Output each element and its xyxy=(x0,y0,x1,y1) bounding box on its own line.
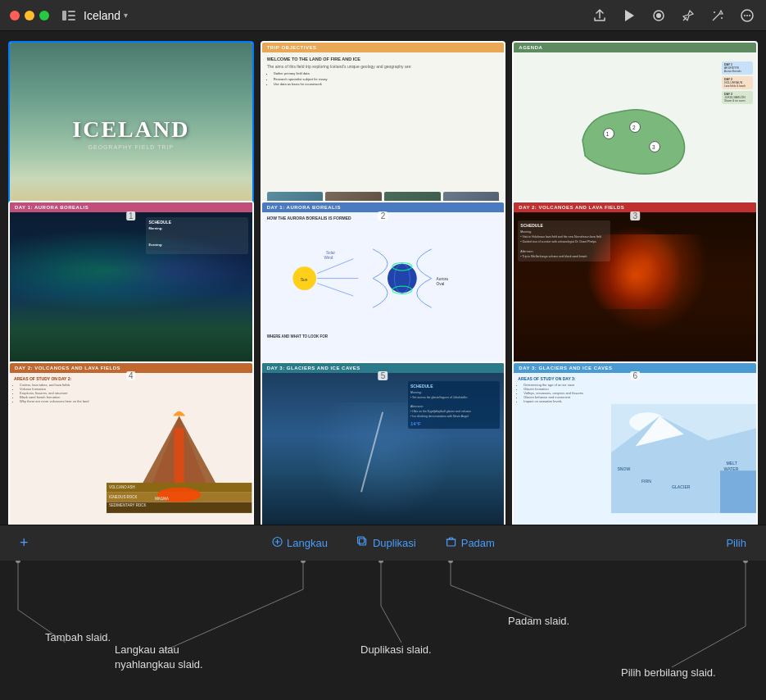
slide-4-morning-text: Lecture on how the aurora borealis is fo… xyxy=(148,232,237,240)
slide-9-area-5: Impact on seawater levels xyxy=(524,399,606,403)
svg-point-25 xyxy=(388,264,417,293)
more-icon[interactable] xyxy=(738,7,756,25)
slide-4-schedule-title: SCHEDULE xyxy=(148,220,245,225)
svg-point-9 xyxy=(721,17,723,19)
slide-grid: ICELAND GEOGRAPHY FIELD TRIP 1 TRIP OBJE… xyxy=(0,31,766,525)
svg-text:Aurora: Aurora xyxy=(437,277,449,281)
slide-9-areas-title: AREAS OF STUDY ON DAY 3: xyxy=(518,376,606,381)
share-icon[interactable] xyxy=(591,7,609,25)
slide-5-number: 5 xyxy=(378,371,388,380)
close-button[interactable] xyxy=(10,11,20,20)
svg-point-66 xyxy=(16,561,20,563)
slide-1-subtitle: GEOGRAPHY FIELD TRIP xyxy=(72,144,189,150)
svg-line-74 xyxy=(451,585,533,618)
slide-4-evening: Evening: Exhibition on aurora photograph… xyxy=(148,243,245,252)
duplicate-slide-button[interactable]: Duplikasi xyxy=(351,533,423,553)
svg-marker-4 xyxy=(625,10,634,21)
svg-line-71 xyxy=(381,606,401,643)
svg-text:SNOW: SNOW xyxy=(617,466,630,471)
slide-2-thumbnail[interactable]: TRIP OBJECTIVES WELCOME TO THE LAND OF F… xyxy=(261,41,506,225)
svg-line-68 xyxy=(164,589,303,651)
slide-6-thumbnail[interactable]: DAY 2: VOLCANOES AND LAVA FIELDS SCHEDUL… xyxy=(512,201,758,385)
svg-text:1: 1 xyxy=(606,132,610,138)
svg-text:GLACIER: GLACIER xyxy=(671,484,690,489)
minimize-button[interactable] xyxy=(25,11,34,20)
add-slide-button[interactable]: + xyxy=(13,531,35,555)
bottom-toolbar: + Langkau Duplikasi xyxy=(0,525,766,561)
slide-2-header: TRIP OBJECTIVES xyxy=(262,43,505,52)
duplicate-label: Duplikasi xyxy=(373,537,416,549)
delete-icon xyxy=(446,536,457,550)
volcano-cross-section: VOLCANO ASH IGNEOUS ROCK SEDIMENTARY ROC… xyxy=(107,373,252,525)
play-icon[interactable] xyxy=(620,7,638,25)
slide-4-schedule: SCHEDULE Morning: Lecture on how the aur… xyxy=(146,217,247,254)
svg-rect-3 xyxy=(68,19,75,20)
svg-rect-39 xyxy=(175,428,184,483)
title-bar-actions xyxy=(591,7,756,25)
slide-8-schedule: SCHEDULE Morning: • Set across the glaci… xyxy=(408,381,500,429)
iceland-map-svg: 1 2 3 xyxy=(556,78,714,202)
svg-line-77 xyxy=(672,626,746,667)
callout-area: Tambah slaid. Langkau atau nyahlangkau s… xyxy=(0,561,766,700)
duplicate-icon xyxy=(357,536,369,550)
svg-text:Sun: Sun xyxy=(301,278,308,282)
glacier-cross-section: SNOW FIRN GLACIER MELT WATER xyxy=(611,373,756,525)
delete-slide-button[interactable]: Padam xyxy=(439,533,501,553)
slide-6-schedule: SCHEDULE Morning: • Visit to Holuhraun l… xyxy=(518,220,610,261)
pin-icon[interactable] xyxy=(679,7,697,25)
slide-4-thumbnail[interactable]: DAY 1: AURORA BOREALIS SCHEDULE Morning:… xyxy=(8,201,254,385)
title-chevron-icon: ▾ xyxy=(124,11,128,20)
magic-icon[interactable] xyxy=(709,7,727,25)
svg-rect-0 xyxy=(62,11,66,20)
callout-select-text: Pilih berbilang slaid. xyxy=(621,666,716,680)
slide-6-number: 6 xyxy=(630,371,640,380)
skip-label: Langkau xyxy=(287,537,328,549)
slide-9-thumbnail[interactable]: DAY 3: GLACIERS AND ICE CAVES AREAS OF S… xyxy=(512,361,758,525)
slide-8-schedule-title: SCHEDULE xyxy=(410,384,497,389)
toolbar-center-actions: Langkau Duplikasi Padam xyxy=(265,533,501,553)
slide-6-schedule-text: Morning: • Visit to Holuhraun lava field… xyxy=(520,230,607,258)
svg-rect-57 xyxy=(360,539,366,545)
svg-point-69 xyxy=(301,561,306,563)
slide-7-areas-title: AREAS OF STUDY ON DAY 2: xyxy=(14,376,102,381)
svg-rect-1 xyxy=(68,11,75,12)
slide-2-bullet-1: Gather primary field data xyxy=(274,71,500,76)
slide-4-evening-text: Exhibition on aurora photography xyxy=(148,248,191,251)
slide-4-morning: Morning: Lecture on how the aurora borea… xyxy=(148,226,245,240)
document-title[interactable]: Iceland ▾ xyxy=(84,9,128,22)
svg-text:MAGMA: MAGMA xyxy=(155,496,169,500)
svg-rect-48 xyxy=(720,470,756,513)
callout-delete-text: Padam slaid. xyxy=(508,614,569,629)
sidebar-toggle-icon[interactable] xyxy=(61,7,77,24)
maximize-button[interactable] xyxy=(39,11,49,20)
slide-8-thumbnail[interactable]: DAY 3: GLACIERS AND ICE CAVES SCHEDULE M… xyxy=(261,361,506,525)
slide-7-thumbnail[interactable]: DAY 2: VOLCANOES AND LAVA FIELDS AREAS O… xyxy=(8,361,254,525)
callout-duplicate-text: Duplikasi slaid. xyxy=(360,643,432,657)
svg-text:VOLCANO ASH: VOLCANO ASH xyxy=(109,485,135,489)
svg-point-13 xyxy=(749,15,750,16)
slide-5-thumbnail[interactable]: DAY 1: AURORA BOREALIS HOW THE AURORA BO… xyxy=(261,201,506,385)
slide-4-number: 4 xyxy=(126,371,136,380)
title-bar: Iceland ▾ xyxy=(0,0,766,31)
document-title-text: Iceland xyxy=(84,9,120,22)
slide-1-title: ICELAND xyxy=(72,116,189,143)
slide-1-thumbnail[interactable]: ICELAND GEOGRAPHY FIELD TRIP 1 xyxy=(8,41,254,225)
svg-text:FIRN: FIRN xyxy=(641,479,651,484)
slide-2-bullet-3: Use data as basis for coursework xyxy=(274,82,500,87)
skip-slide-button[interactable]: Langkau xyxy=(265,533,334,553)
svg-point-6 xyxy=(656,13,661,18)
add-icon: + xyxy=(20,534,29,552)
svg-point-75 xyxy=(448,561,453,563)
svg-rect-58 xyxy=(358,537,365,543)
svg-text:3: 3 xyxy=(652,145,655,151)
svg-text:2: 2 xyxy=(632,125,636,131)
slide-3-thumbnail[interactable]: AGENDA 1 2 3 DAY 1AKUREYRIAurora Boreali xyxy=(512,41,758,225)
slide-2-bullet-2: Research specialist subject for essay xyxy=(274,77,500,82)
svg-line-22 xyxy=(318,259,354,274)
slide-2-number: 2 xyxy=(378,211,388,220)
svg-text:Wind: Wind xyxy=(324,256,333,260)
select-label: Pilih xyxy=(726,537,746,549)
slide-2-aims: The aims of this field trip exploring Ic… xyxy=(267,64,500,69)
select-slides-button[interactable]: Pilih xyxy=(719,534,753,552)
record-icon[interactable] xyxy=(650,7,668,25)
